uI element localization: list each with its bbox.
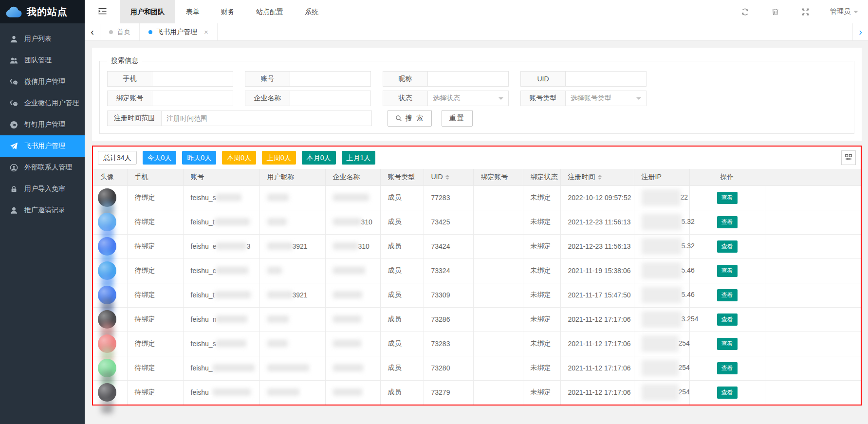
sort-icon[interactable]	[598, 173, 602, 182]
text-field[interactable]	[565, 71, 646, 87]
view-button[interactable]: 查看	[717, 216, 738, 228]
search-field-group: 企业名称	[245, 91, 371, 106]
view-button[interactable]: 查看	[717, 313, 738, 326]
stat-badge-5[interactable]: 本月0人	[302, 151, 336, 165]
top-menu-item-2[interactable]: 财务	[210, 0, 245, 23]
field-label: 企业名称	[245, 91, 290, 106]
reset-button[interactable]: 重置	[442, 110, 473, 127]
column-header-9[interactable]: 注册时间	[560, 169, 634, 185]
text-field[interactable]	[290, 71, 371, 87]
bind-account-cell	[473, 210, 523, 234]
sidebar-item-contacts[interactable]: 外部联系人管理	[0, 157, 85, 178]
table-row: 待绑定feishu_t310成员73425未绑定2021-12-23 11:56…	[93, 210, 861, 234]
uid-cell: 73309	[424, 283, 473, 307]
select-field[interactable]: 选择状态	[427, 91, 509, 106]
close-icon[interactable]: ×	[204, 28, 208, 36]
field-label: 注册时间范围	[107, 111, 162, 126]
collapse-sidebar-button[interactable]	[85, 7, 120, 17]
column-label: 操作	[720, 173, 734, 181]
stat-badge-4[interactable]: 上周0人	[262, 151, 296, 165]
column-header-6[interactable]: UID	[424, 169, 473, 185]
page-tab-0[interactable]: 首页	[100, 23, 140, 40]
stat-badge-3[interactable]: 本周0人	[222, 151, 256, 165]
sidebar-item-team[interactable]: 团队管理	[0, 50, 85, 71]
filler-cell	[765, 356, 861, 380]
page-tab-1[interactable]: 飞书用户管理×	[140, 23, 218, 40]
ip-suffix: 254	[679, 364, 690, 371]
stat-badge-6[interactable]: 上月1人	[342, 151, 376, 165]
sidebar-item-dingtalk[interactable]: 钉钉用户管理	[0, 114, 85, 135]
sidebar-item-import-lock[interactable]: 用户导入免审	[0, 178, 85, 200]
top-menu-item-1[interactable]: 表单	[175, 0, 210, 23]
action-cell: 查看	[689, 356, 765, 380]
redacted-blur	[642, 311, 682, 328]
redacted-blur	[642, 384, 679, 401]
reg-time-cell: 2021-11-12 17:17:06	[560, 307, 634, 332]
tab-status-dot-icon	[109, 30, 113, 34]
column-header-filler	[765, 169, 861, 185]
sidebar-item-user[interactable]: 用户列表	[0, 28, 85, 50]
field-label: UID	[520, 71, 566, 87]
account-cell: feishu_t	[183, 283, 259, 307]
chevron-down-icon	[636, 97, 641, 102]
sidebar-item-invite[interactable]: 推广邀请记录	[0, 200, 85, 221]
uid-cell: 73424	[424, 234, 473, 258]
stat-badge-1[interactable]: 今天0人	[143, 151, 177, 165]
field-label: 账号类型	[520, 91, 566, 106]
stat-badge-2[interactable]: 昨天0人	[182, 151, 216, 165]
view-button[interactable]: 查看	[717, 338, 738, 350]
bind-status-cell: 未绑定	[523, 210, 560, 234]
search-button[interactable]: 搜 索	[388, 110, 432, 127]
user-table-panel: 总计34人今天0人昨天0人本周0人上周0人本月0人上月1人 头像手机账号用户昵称…	[92, 146, 862, 406]
brand-name: 我的站点	[27, 5, 68, 18]
text-field[interactable]	[152, 91, 233, 106]
chevron-down-icon	[499, 97, 503, 102]
ip-suffix: 5.32	[682, 242, 695, 250]
redacted-blur	[333, 242, 358, 250]
user-menu[interactable]: 管理员	[830, 7, 858, 16]
column-settings-button[interactable]	[841, 150, 856, 165]
text-field[interactable]	[161, 111, 372, 126]
text-field[interactable]	[152, 71, 233, 87]
sort-icon[interactable]	[445, 173, 449, 182]
invite-icon	[10, 206, 18, 215]
reg-time-cell: 2021-11-19 15:38:06	[560, 258, 634, 283]
sidebar-item-feishu[interactable]: 飞书用户管理	[0, 135, 85, 157]
main-area: 用户和团队表单财务站点配置系统 管理员 ‹ 首页飞书用户管理× › 搜索信息 手…	[85, 0, 868, 424]
view-button[interactable]: 查看	[717, 387, 738, 399]
view-button[interactable]: 查看	[717, 265, 738, 277]
sidebar-item-wechat[interactable]: 微信用户管理	[0, 71, 85, 92]
refresh-button[interactable]	[741, 8, 749, 16]
top-menu-item-3[interactable]: 站点配置	[245, 0, 294, 23]
top-menu-item-0[interactable]: 用户和团队	[120, 0, 175, 23]
phone-cell: 待绑定	[127, 258, 183, 283]
redacted-blur	[642, 214, 682, 230]
nickname-cell	[259, 332, 325, 356]
filler-cell	[765, 380, 861, 405]
account-prefix: feishu_s	[191, 194, 216, 202]
view-button[interactable]: 查看	[717, 192, 738, 204]
text-field[interactable]	[427, 71, 509, 87]
clear-cache-button[interactable]	[771, 8, 779, 16]
view-button[interactable]: 查看	[717, 362, 738, 374]
bind-status-cell: 未绑定	[523, 307, 560, 332]
nickname-cell: 3921	[259, 234, 325, 258]
select-field[interactable]: 选择账号类型	[565, 91, 646, 106]
action-cell: 查看	[689, 258, 765, 283]
reg-time-cell: 2021-11-17 15:47:50	[560, 283, 634, 307]
view-button[interactable]: 查看	[717, 289, 738, 301]
text-field[interactable]	[290, 91, 371, 106]
bind-status-cell: 未绑定	[523, 258, 560, 283]
ip-suffix: 254	[679, 388, 690, 396]
account-suffix: 3	[246, 242, 250, 250]
fullscreen-button[interactable]	[801, 8, 810, 16]
brand[interactable]: 我的站点	[0, 0, 85, 23]
view-button[interactable]: 查看	[717, 240, 738, 253]
top-menu-item-4[interactable]: 系统	[294, 0, 329, 23]
tabs-scroll-left-button[interactable]: ‹	[85, 23, 100, 40]
sidebar-item-wecom[interactable]: 企业微信用户管理	[0, 92, 85, 114]
stat-badge-0[interactable]: 总计34人	[98, 151, 137, 165]
tabs-scroll-right-button[interactable]: ›	[852, 23, 868, 40]
field-label: 昵称	[383, 71, 428, 87]
column-label: UID	[431, 173, 443, 181]
